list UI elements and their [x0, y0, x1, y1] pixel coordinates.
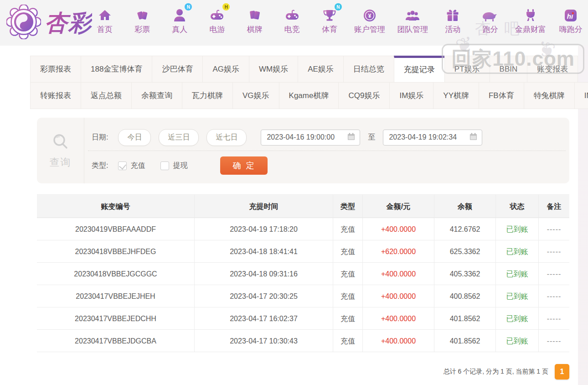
new-badge: N — [335, 3, 342, 10]
date-label: 日期: — [92, 133, 108, 142]
date-to-value: 2023-04-19 19:02:34 — [389, 133, 457, 141]
yen-symbol: ¥ — [368, 13, 371, 19]
today-button[interactable]: 今日 — [118, 129, 151, 146]
person-icon: N — [172, 5, 187, 23]
page: 杏彩 首页 彩票 — [0, 0, 588, 385]
header-note: 备注 — [539, 194, 569, 218]
gamepad-icon: H — [209, 5, 225, 23]
gamepad-icon — [284, 5, 300, 23]
tab-ag[interactable]: AG娱乐 — [202, 56, 249, 83]
filter-controls: 日期: 今日 近三日 近七日 2023-04-16 19:00:00 至 — [84, 118, 569, 183]
brand-logo[interactable]: 杏彩 — [6, 5, 92, 41]
type-filter-row: 类型: 充值 提现 确 定 — [84, 152, 569, 179]
calendar-icon — [469, 132, 478, 143]
header-time: 充提时间 — [195, 194, 333, 218]
type-label: 类型: — [92, 161, 108, 171]
table-row: 20230418VBBEJHFDEG 2023-04-18 18:41:41 充… — [37, 240, 569, 263]
table-body: 20230419VBBFAAADDF 2023-04-19 17:18:20 充… — [37, 218, 569, 352]
tab-rebate-total[interactable]: 返点总额 — [81, 82, 132, 109]
brand-name: 杏彩 — [45, 8, 92, 38]
tab-daily-summary[interactable]: 日结总览 — [343, 56, 394, 83]
tab-kgame[interactable]: Kgame棋牌 — [279, 82, 339, 109]
tab-wm[interactable]: WM娱乐 — [249, 56, 298, 83]
nav-item-hi-paofen[interactable]: hi 嗨跑分 — [558, 5, 583, 35]
checkbox-unchecked[interactable] — [160, 161, 169, 170]
tab-vg[interactable]: VG娱乐 — [232, 82, 279, 109]
nav-item-home[interactable]: 首页 — [92, 5, 118, 35]
new-badge: N — [185, 3, 192, 10]
date-filter-row: 日期: 今日 近三日 近七日 2023-04-16 19:00:00 至 — [84, 124, 569, 151]
tab-row-2: 转账报表 返点总额 余额查询 瓦力棋牌 VG娱乐 Kgame棋牌 CQ9娱乐 I… — [30, 83, 588, 109]
records-table: 账变编号 充提时间 类型 金额/元 余额 状态 备注 20230419VBBFA… — [37, 194, 569, 352]
table-row: 20230418VBBEJGCGGC 2023-04-18 09:31:16 充… — [37, 263, 569, 285]
query-filter-panel: 查询 日期: 今日 近三日 近七日 2023-04-16 19:00:00 — [37, 118, 569, 183]
checkbox-checked[interactable] — [118, 161, 127, 170]
tab-transfer-report[interactable]: 转账报表 — [30, 82, 81, 109]
hot-badge: H — [222, 3, 230, 10]
cards-icon — [248, 5, 262, 23]
date-to-input[interactable]: 2023-04-19 19:02:34 — [383, 130, 482, 146]
trophy-icon: N — [322, 5, 337, 23]
coin-yen-icon: ¥ — [362, 5, 377, 23]
table-row: 20230419VBBFAAADDF 2023-04-19 17:18:20 充… — [37, 218, 569, 240]
nav-item-slots[interactable]: H 电游 — [204, 5, 230, 35]
tab-tetu-games[interactable]: 特兔棋牌 — [524, 82, 575, 109]
date-from-input[interactable]: 2023-04-16 19:00:00 — [261, 130, 360, 146]
gift-icon — [445, 5, 460, 23]
table-row: 20230417VBBEJEJHEH 2023-04-17 20:30:25 充… — [37, 285, 569, 307]
tab-cq9[interactable]: CQ9娱乐 — [338, 82, 390, 109]
nav-item-sports[interactable]: N 体育 — [317, 5, 342, 35]
table-header-row: 账变编号 充提时间 类型 金额/元 余额 状态 备注 — [37, 194, 569, 218]
nav-item-esports[interactable]: 电竞 — [279, 5, 305, 35]
header-change-id: 账变编号 — [37, 194, 195, 218]
header-type: 类型 — [333, 194, 363, 218]
nav-item-board-games[interactable]: 棋牌 — [242, 5, 268, 35]
tab-saba-sports[interactable]: 沙巴体育 — [152, 56, 203, 83]
tab-ae[interactable]: AE娱乐 — [298, 56, 344, 83]
date-from-value: 2023-04-16 19:00:00 — [267, 133, 335, 141]
last-3-days-button[interactable]: 近三日 — [159, 129, 199, 146]
nav-item-lottery[interactable]: 彩票 — [129, 5, 155, 35]
tab-lottery-report[interactable]: 彩票报表 — [30, 56, 81, 83]
flower-logo-icon — [6, 5, 41, 41]
withdraw-checkbox[interactable]: 提现 — [160, 161, 187, 171]
pagination-bar: 总计 6 个记录, 分为 1 页, 当前第 1 页 1 — [37, 363, 569, 380]
tab-balance-query[interactable]: 余额查询 — [131, 82, 182, 109]
tab-wali-games[interactable]: 瓦力棋牌 — [182, 82, 233, 109]
table-row: 20230417VBBEJEDCHH 2023-04-17 16:02:37 充… — [37, 307, 569, 330]
table-row: 20230417VBBEJDGCBA 2023-04-17 10:30:43 充… — [37, 330, 569, 352]
header-balance: 余额 — [434, 194, 496, 218]
tab-im-sports[interactable]: IM体育 — [574, 82, 588, 109]
header-amount: 金额/元 — [363, 194, 434, 218]
nav-item-team-management[interactable]: 团队管理 — [397, 5, 428, 35]
confirm-button[interactable]: 确 定 — [220, 156, 268, 175]
query-section-label: 查询 — [37, 118, 84, 183]
last-7-days-button[interactable]: 近七日 — [206, 129, 247, 146]
page-1-button[interactable]: 1 — [555, 364, 569, 380]
calendar-icon — [347, 132, 356, 143]
hi-app-icon: hi — [563, 5, 578, 23]
nav-item-account-management[interactable]: ¥ 账户管理 — [354, 5, 385, 35]
tab-188-jinbaobo-sports[interactable]: 188金宝博体育 — [81, 56, 152, 83]
search-icon — [51, 132, 71, 154]
deposit-checkbox[interactable]: 充值 — [118, 161, 145, 171]
home-icon — [98, 5, 112, 23]
dotted-divider — [88, 151, 566, 151]
tickets-icon — [135, 5, 150, 23]
site-watermark: 回家110.com — [442, 44, 584, 74]
to-label: 至 — [368, 133, 375, 142]
nav-item-promotions[interactable]: 活动 — [440, 5, 465, 35]
faint-watermark-text: 杏吧 — [475, 18, 533, 39]
tab-fb-sports[interactable]: FB体育 — [479, 82, 524, 109]
tab-im[interactable]: IM娱乐 — [389, 82, 433, 109]
nav-item-live-casino[interactable]: N 真人 — [167, 5, 192, 35]
pagination-summary: 总计 6 个记录, 分为 1 页, 当前第 1 页 — [444, 368, 548, 376]
tab-yy-games[interactable]: YY棋牌 — [433, 82, 479, 109]
header-status: 状态 — [496, 194, 539, 218]
tab-deposit-withdraw-records[interactable]: 充提记录 — [394, 56, 445, 83]
people-icon — [405, 5, 420, 23]
